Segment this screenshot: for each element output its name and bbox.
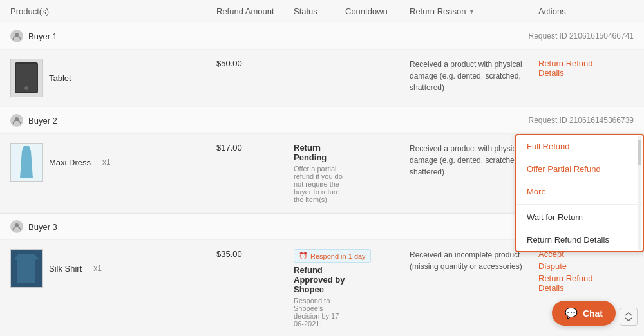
sort-icon[interactable]: ▼ (468, 8, 475, 15)
tablet-image (10, 59, 43, 97)
dress-status: Return Pending Offer a partial refund if… (294, 143, 345, 203)
more-option[interactable]: More (516, 180, 643, 203)
dress-image (10, 143, 43, 182)
buyer-3-name: Buyer 3 (28, 222, 57, 232)
buyer-3-icon (10, 220, 23, 233)
tablet-return-refund-link[interactable]: Return Refund Details (538, 59, 616, 78)
col-status: Status (294, 6, 345, 16)
product-row-shirt: Silk Shirt x1 $35.00 ⏰ Respond in 1 day … (0, 240, 644, 336)
buyer-3-info: Buyer 3 (10, 220, 57, 233)
buyer-1-info: Buyer 1 (10, 30, 57, 42)
buyer-row-2: Buyer 2 Request ID 210616145366739 (0, 107, 644, 134)
shirt-return-reason: Received an incomplete product (missing … (410, 249, 538, 272)
shirt-qty: x1 (93, 264, 102, 273)
buyer-2-icon (10, 114, 23, 127)
clock-icon: ⏰ (299, 252, 308, 260)
countdown-badge: ⏰ Respond in 1 day (294, 249, 371, 263)
buyer-2-request-id: Request ID 210616145366739 (529, 116, 634, 125)
product-row-dress: Maxi Dress x1 $17.00 Return Pending Offe… (0, 134, 644, 213)
partial-refund-option[interactable]: Offer Partial Refund (516, 158, 643, 180)
dress-status-sub: Offer a partial refund if you do not req… (294, 165, 345, 203)
expand-button[interactable] (620, 308, 638, 326)
col-products: Product(s) (10, 6, 216, 16)
chat-button[interactable]: 💬 Chat (552, 301, 616, 326)
buyer-section-1: Buyer 1 Request ID 210616150466741 Table… (0, 23, 644, 107)
dropdown-scrollthumb (638, 140, 641, 165)
dress-qty: x1 (102, 158, 111, 167)
shirt-status-sub: Respond to Shopee's decision by 17-06-20… (294, 297, 345, 328)
shirt-name: Silk Shirt (49, 264, 82, 274)
dress-product-info: Maxi Dress x1 (10, 143, 216, 182)
chat-icon: 💬 (565, 307, 578, 319)
expand-icon (624, 312, 633, 321)
shirt-status: ⏰ Respond in 1 day Refund Approved by Sh… (294, 249, 345, 328)
buyer-1-icon (10, 30, 23, 42)
buyer-1-request-id: Request ID 210616150466741 (529, 32, 634, 41)
col-countdown: Countdown (345, 6, 410, 16)
full-refund-option[interactable]: Full Refund (516, 135, 643, 158)
shirt-status-main: Refund Approved by Shopee (294, 265, 345, 294)
buyer-row-1: Buyer 1 Request ID 210616150466741 (0, 23, 644, 50)
shirt-actions: Accept Dispute Return Refund Details (538, 249, 616, 293)
shirt-image (10, 249, 43, 288)
wait-for-return-option[interactable]: Wait for Return (516, 206, 643, 229)
return-refund-details-option[interactable]: Return Refund Details (516, 229, 643, 251)
tablet-return-reason: Received a product with physical damage … (410, 59, 538, 93)
col-return-reason: Return Reason ▼ (410, 6, 538, 16)
buyer-1-name: Buyer 1 (28, 32, 57, 41)
countdown-text: Respond in 1 day (310, 252, 366, 260)
dropdown-scrollbar[interactable] (638, 136, 641, 250)
buyer-2-info: Buyer 2 (10, 114, 57, 127)
shirt-product-info: Silk Shirt x1 (10, 249, 216, 288)
buyer-2-name: Buyer 2 (28, 116, 57, 126)
table-header: Product(s) Refund Amount Status Countdow… (0, 0, 644, 23)
shirt-return-refund-link[interactable]: Return Refund Details (538, 274, 616, 293)
main-container: Product(s) Refund Amount Status Countdow… (0, 0, 644, 336)
col-actions: Actions (538, 6, 616, 16)
tablet-product-info: Tablet (10, 59, 216, 97)
dress-status-main: Return Pending (294, 143, 345, 162)
tablet-name: Tablet (49, 73, 71, 83)
col-refund: Refund Amount (216, 6, 294, 16)
buyer-section-2: Buyer 2 Request ID 210616145366739 Maxi … (0, 107, 644, 214)
actions-dropdown: Full Refund Offer Partial Refund More Wa… (515, 134, 644, 252)
tablet-actions: Return Refund Details (538, 59, 616, 78)
dress-name: Maxi Dress (49, 158, 91, 167)
dress-refund: $17.00 (216, 143, 294, 153)
chat-label: Chat (583, 308, 603, 319)
dispute-link[interactable]: Dispute (538, 261, 616, 271)
shirt-refund: $35.00 (216, 249, 294, 259)
tablet-refund: $50.00 (216, 59, 294, 68)
product-row-tablet: Tablet $50.00 Received a product with ph… (0, 50, 644, 107)
